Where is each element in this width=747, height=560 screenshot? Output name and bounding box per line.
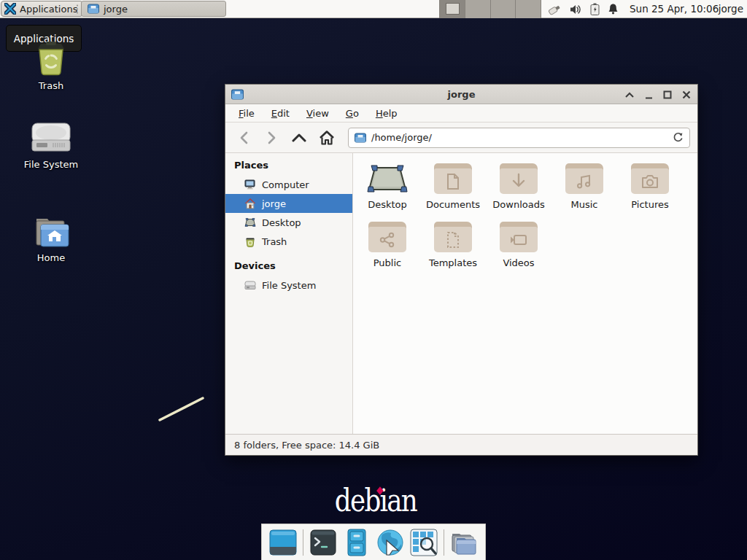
trash-icon [244, 236, 256, 247]
menu-edit[interactable]: Edit [268, 106, 293, 120]
forward-button[interactable] [260, 127, 282, 149]
desktop-icon-label: File System [13, 159, 89, 170]
menu-go[interactable]: Go [343, 106, 362, 120]
video-camera-icon [500, 227, 538, 252]
share-icon [368, 227, 406, 252]
workspace-3[interactable] [491, 0, 516, 18]
terminal-launcher[interactable] [309, 529, 337, 556]
sidebar-item-label: Trash [262, 236, 287, 247]
template-document-icon [434, 227, 472, 252]
sidebar-item-label: File System [262, 280, 316, 291]
sidebar-item-computer[interactable]: Computer [225, 175, 352, 194]
system-tray [547, 0, 619, 18]
bottom-dock [261, 524, 486, 560]
close-button[interactable] [680, 88, 693, 101]
panel-user-label[interactable]: jorge [719, 0, 743, 18]
desktop-root: { "panel": { "applications_label": "Appl… [0, 0, 747, 560]
folder-desktop[interactable]: Desktop [355, 163, 420, 210]
menu-help[interactable]: Help [373, 106, 400, 120]
desktop-special-icon [355, 163, 420, 194]
sidebar-header-places: Places [225, 156, 352, 175]
taskbar-window-label: jorge [104, 4, 128, 15]
folder-label: Documents [420, 199, 486, 210]
dock-separator [303, 529, 303, 556]
volume-icon[interactable] [570, 4, 582, 15]
sidebar-item-trash[interactable]: Trash [225, 232, 352, 251]
menu-view[interactable]: View [303, 106, 332, 120]
panel-grip[interactable] [76, 4, 79, 15]
workspace-pager[interactable] [439, 0, 541, 18]
folder-label: Templates [420, 257, 486, 268]
menu-file[interactable]: File [236, 106, 258, 120]
folder-videos[interactable]: Videos [486, 222, 551, 268]
up-button[interactable] [288, 127, 310, 149]
back-button[interactable] [233, 127, 255, 149]
desktop-icon-trash[interactable]: Trash [13, 41, 89, 91]
sidebar-item-filesystem[interactable]: File System [225, 276, 352, 295]
location-input[interactable]: /home/jorge/ [371, 132, 667, 143]
folder-label: Pictures [617, 199, 683, 210]
workspace-4[interactable] [516, 0, 541, 18]
minimize-button[interactable] [642, 88, 655, 101]
sidebar-item-label: Desktop [262, 217, 301, 228]
folder-label: Music [551, 199, 617, 210]
debian-logo-text: debian [335, 483, 417, 518]
home-button[interactable] [316, 127, 338, 149]
folder-music[interactable]: Music [551, 163, 617, 210]
home-icon [244, 198, 256, 209]
xfce-applications-icon [4, 3, 16, 15]
window-content: Places Computer [225, 153, 697, 434]
taskbar-window-button[interactable]: jorge [81, 1, 226, 17]
folder-label: Downloads [486, 199, 551, 210]
harddrive-icon [244, 279, 256, 291]
web-browser-launcher[interactable] [376, 529, 404, 556]
document-glyph-icon [434, 168, 472, 194]
panel-clock[interactable]: Sun 25 Apr, 10:06 [630, 0, 719, 18]
folder-public[interactable]: Public [355, 222, 420, 268]
desktop-icon-label: Trash [13, 80, 89, 91]
folder-label: Videos [486, 257, 551, 268]
workspace-window-thumb [446, 3, 460, 15]
statusbar: 8 folders, Free space: 14.4 GiB [225, 434, 697, 455]
sidebar-item-label: Computer [262, 179, 309, 190]
menubar: File Edit View Go Help [225, 104, 697, 122]
removable-device-icon[interactable] [547, 3, 562, 16]
workspace-2[interactable] [465, 0, 491, 18]
applications-menu-label: Applications [20, 4, 77, 15]
notification-bell-icon[interactable] [608, 3, 619, 15]
dock-separator [444, 529, 444, 556]
folder-pictures[interactable]: Pictures [617, 163, 683, 210]
shade-button[interactable] [623, 88, 636, 101]
desktop-icon-home[interactable]: Home [13, 214, 89, 263]
sidebar-item-desktop[interactable]: Desktop [225, 213, 352, 232]
reload-icon[interactable] [673, 132, 684, 143]
applications-menu-button[interactable]: Applications [1, 1, 83, 17]
folder-documents[interactable]: Documents [420, 163, 486, 210]
top-panel: Applications jorge [0, 0, 747, 18]
app-finder-launcher[interactable] [410, 529, 438, 556]
show-desktop-button[interactable] [269, 529, 297, 556]
window-titlebar[interactable]: jorge [225, 85, 697, 104]
file-manager-window: jorge File Edit View Go Help [225, 84, 698, 456]
file-manager-launcher[interactable] [343, 529, 371, 556]
desktop-icon-filesystem[interactable]: File System [13, 121, 89, 170]
desktop-icon [244, 217, 256, 228]
sidebar: Places Computer [225, 153, 353, 434]
sidebar-item-label: jorge [262, 198, 286, 209]
toolbar: /home/jorge/ [225, 122, 697, 153]
trash-icon [13, 41, 89, 76]
folder-templates[interactable]: Templates [420, 222, 486, 268]
directory-menu-launcher[interactable] [450, 529, 478, 556]
folder-label: Desktop [355, 199, 420, 210]
harddrive-icon [13, 121, 89, 155]
location-bar[interactable]: /home/jorge/ [348, 128, 690, 148]
folder-downloads[interactable]: Downloads [486, 163, 551, 210]
workspace-1[interactable] [439, 0, 465, 18]
maximize-button[interactable] [661, 88, 674, 101]
home-folder-icon [13, 214, 89, 248]
music-notes-icon [565, 168, 603, 194]
sidebar-header-devices: Devices [225, 257, 352, 276]
battery-icon[interactable] [590, 3, 600, 15]
debian-logo: debian [326, 483, 425, 518]
sidebar-item-jorge[interactable]: jorge [225, 194, 352, 213]
